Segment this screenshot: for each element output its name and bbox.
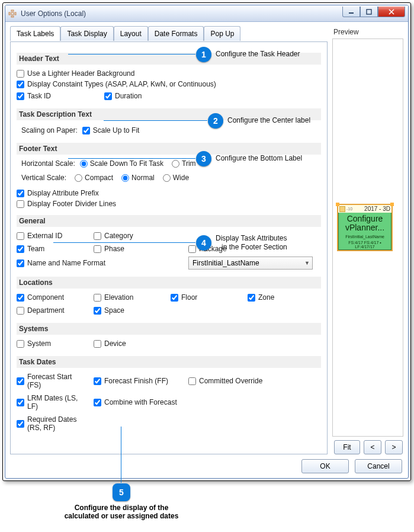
tab-pop-up[interactable]: Pop Up [204,26,240,41]
tab-date-formats[interactable]: Date Formats [148,26,204,41]
chk-attr-prefix[interactable] [17,190,24,197]
section-footer-text: Footer Text [17,143,321,155]
chk-lrm-dates[interactable] [17,399,24,406]
chk-department[interactable] [17,307,24,315]
fit-button[interactable]: Fit [334,440,360,454]
lbl-hscale-trim: Trim [182,159,196,168]
lbl-forecast-finish: Forecast Finish (FF) [104,377,168,385]
lbl-lrm-dates: LRM Dates (LS, LF) [27,394,83,411]
lbl-duration: Duration [115,92,142,100]
maximize-button[interactable] [360,7,378,17]
chk-duration[interactable] [104,92,112,100]
svg-rect-1 [9,12,10,15]
chevron-down-icon: ▼ [304,260,310,266]
callout-line-2 [104,120,207,121]
chk-package[interactable] [188,245,196,253]
svg-rect-6 [367,9,371,14]
chk-required-dates[interactable] [17,420,24,428]
lbl-category: Category [104,232,133,240]
svg-rect-2 [15,12,16,15]
preview-task-footer1: FirstInitial_LastName [338,234,391,240]
callout-text-1: Configure the Task Header [216,50,300,58]
radio-vscale-normal[interactable] [121,174,129,182]
radio-hscale-trim[interactable] [172,160,179,168]
tab-task-display[interactable]: Task Display [60,26,113,41]
tab-task-labels[interactable]: Task Labels [10,26,60,41]
chk-footer-dividers[interactable] [17,200,24,208]
chk-task-id[interactable] [17,92,24,100]
lbl-v-compact: Compact [85,174,113,182]
lbl-phase: Phase [104,245,124,253]
chk-space[interactable] [94,307,101,315]
lbl-committed-override: Committed Override [199,377,262,385]
lbl-v-wide: Wide [173,174,189,182]
callout-text-4a: Display Task Attributes [216,234,287,242]
preview-task-header-text: 2017 - 3D [364,206,390,212]
callout-marker-1: 1 [196,47,211,62]
minimize-button[interactable] [342,7,360,17]
chk-system[interactable] [17,340,24,348]
chk-floor[interactable] [171,294,178,302]
callout-line-5 [121,427,121,483]
select-name-format[interactable]: FirstInitial_LastName▼ [188,257,313,270]
lbl-forecast-start: Forecast Start (FS) [27,373,83,389]
ok-button[interactable]: OK [301,459,349,473]
chk-name-format[interactable] [17,259,24,267]
app-icon [8,9,17,18]
chk-external-id[interactable] [17,232,24,240]
preview-task-card: -102017 - 3D Configure vPlanner... First… [337,204,393,251]
lbl-constraint-types: Display Constaint Types (ASAP, ALAP, KwN… [27,80,216,88]
cancel-button[interactable]: Cancel [355,459,402,473]
chk-component[interactable] [17,294,24,302]
lbl-device: Device [104,339,126,348]
preview-label: Preview [332,25,405,39]
chk-combine-forecast[interactable] [94,399,101,406]
next-button[interactable]: > [385,440,403,454]
chk-zone[interactable] [248,294,255,302]
lbl-v-normal: Normal [131,174,155,182]
lbl-footer-dividers: Display Footer Divider Lines [27,200,116,208]
lbl-combine-forecast: Combine with Forecast [104,398,177,406]
tab-layout[interactable]: Layout [114,26,148,41]
callout-line-4 [53,242,195,243]
callout-line-1 [68,54,195,55]
section-systems: Systems [17,323,321,335]
lbl-elevation: Elevation [104,293,133,302]
callout-text-2: Configure the Center label [227,116,310,124]
chk-forecast-start[interactable] [17,377,24,385]
chk-category[interactable] [94,232,101,240]
callout-text-5: Configure the display of the calculated … [53,504,190,520]
chk-constraint-types[interactable] [17,81,24,88]
lbl-scale-up: Scale Up to Fit [93,126,140,134]
radio-vscale-wide[interactable] [163,174,171,182]
prev-button[interactable]: < [364,440,381,454]
callout-marker-5: 5 [113,483,130,501]
lbl-hscale-fit: Scale Down To Fit Task [90,159,163,168]
lbl-task-id: Task ID [27,92,51,100]
titlebar: User Options (Local) [5,5,408,22]
tab-bar: Task Labels Task Display Layout Date For… [9,25,329,40]
radio-hscale-fit[interactable] [80,160,88,168]
select-name-format-value: FirstInitial_LastName [192,259,259,267]
section-locations: Locations [17,277,321,289]
callout-marker-2: 2 [208,113,223,129]
chk-team[interactable] [17,245,24,253]
lbl-floor: Floor [181,293,197,302]
section-task-dates: Task Dates [17,356,321,368]
svg-rect-4 [11,16,14,17]
close-button[interactable] [378,7,405,17]
lbl-vscale: Vertical Scale: [21,174,66,182]
chk-device[interactable] [94,340,101,348]
lbl-department: Department [27,306,65,315]
chk-elevation[interactable] [94,294,101,302]
preview-task-main: Configure vPlanner... [338,213,391,234]
callout-marker-4: 4 [196,235,211,251]
chk-lighter-header[interactable] [17,70,24,78]
preview-canvas: -102017 - 3D Configure vPlanner... First… [332,39,403,437]
chk-forecast-finish[interactable] [94,377,101,385]
radio-vscale-compact[interactable] [75,174,82,182]
chk-scale-up[interactable] [82,127,90,134]
lbl-attr-prefix: Display Attribute Prefix [27,189,99,197]
chk-committed-override[interactable] [188,377,196,385]
chk-phase[interactable] [94,245,101,253]
